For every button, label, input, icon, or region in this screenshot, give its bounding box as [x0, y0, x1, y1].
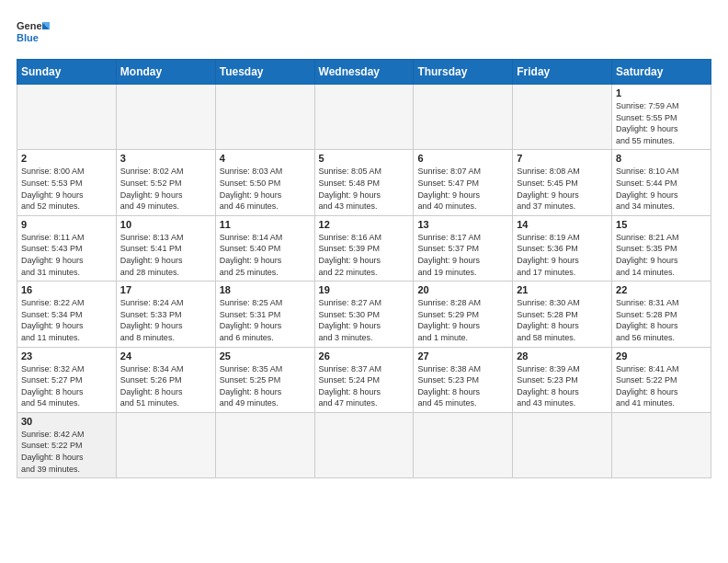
day-number: 1	[616, 87, 707, 98]
calendar-cell: 21Sunrise: 8:30 AM Sunset: 5:28 PM Dayli…	[513, 282, 612, 347]
day-number: 7	[517, 153, 608, 164]
day-info: Sunrise: 8:10 AM Sunset: 5:44 PM Dayligh…	[616, 166, 707, 212]
calendar-cell: 9Sunrise: 8:11 AM Sunset: 5:43 PM Daylig…	[17, 215, 117, 281]
day-info: Sunrise: 8:11 AM Sunset: 5:43 PM Dayligh…	[21, 232, 112, 278]
day-info: Sunrise: 8:27 AM Sunset: 5:30 PM Dayligh…	[319, 297, 410, 343]
calendar-cell	[314, 412, 414, 477]
calendar-cell	[414, 85, 513, 150]
calendar-cell: 17Sunrise: 8:24 AM Sunset: 5:33 PM Dayli…	[116, 282, 215, 347]
calendar-header-sunday: Sunday	[17, 60, 117, 85]
day-number: 22	[616, 284, 707, 295]
calendar-cell: 12Sunrise: 8:16 AM Sunset: 5:39 PM Dayli…	[314, 215, 414, 281]
calendar-cell: 15Sunrise: 8:21 AM Sunset: 5:35 PM Dayli…	[612, 215, 711, 281]
day-info: Sunrise: 8:28 AM Sunset: 5:29 PM Dayligh…	[417, 297, 508, 343]
calendar-cell: 5Sunrise: 8:05 AM Sunset: 5:48 PM Daylig…	[314, 150, 414, 215]
calendar-cell: 27Sunrise: 8:38 AM Sunset: 5:23 PM Dayli…	[414, 347, 513, 412]
calendar-cell: 4Sunrise: 8:03 AM Sunset: 5:50 PM Daylig…	[215, 150, 314, 215]
day-info: Sunrise: 8:24 AM Sunset: 5:33 PM Dayligh…	[120, 297, 211, 343]
calendar-cell	[513, 85, 612, 150]
calendar-header-thursday: Thursday	[414, 60, 513, 85]
calendar-cell: 2Sunrise: 8:00 AM Sunset: 5:53 PM Daylig…	[17, 150, 117, 215]
day-number: 28	[517, 350, 608, 362]
day-info: Sunrise: 8:35 AM Sunset: 5:25 PM Dayligh…	[220, 363, 311, 409]
calendar-cell: 14Sunrise: 8:19 AM Sunset: 5:36 PM Dayli…	[513, 215, 612, 281]
day-info: Sunrise: 8:07 AM Sunset: 5:47 PM Dayligh…	[417, 166, 508, 212]
calendar-cell	[513, 412, 612, 477]
day-number: 2	[21, 153, 112, 164]
calendar-cell	[612, 412, 711, 477]
day-number: 27	[417, 350, 508, 362]
calendar-cell: 18Sunrise: 8:25 AM Sunset: 5:31 PM Dayli…	[215, 282, 314, 347]
day-info: Sunrise: 8:02 AM Sunset: 5:52 PM Dayligh…	[120, 166, 211, 212]
day-info: Sunrise: 8:08 AM Sunset: 5:45 PM Dayligh…	[517, 166, 608, 212]
calendar-cell: 1Sunrise: 7:59 AM Sunset: 5:55 PM Daylig…	[612, 85, 711, 150]
day-number: 10	[120, 219, 211, 230]
day-info: Sunrise: 8:16 AM Sunset: 5:39 PM Dayligh…	[319, 232, 410, 278]
day-number: 23	[21, 350, 112, 362]
day-number: 30	[21, 416, 112, 427]
calendar-cell	[215, 85, 314, 150]
calendar-cell	[314, 85, 414, 150]
calendar-cell	[414, 412, 513, 477]
calendar-week-row: 23Sunrise: 8:32 AM Sunset: 5:27 PM Dayli…	[17, 347, 711, 412]
calendar-cell: 22Sunrise: 8:31 AM Sunset: 5:28 PM Dayli…	[612, 282, 711, 347]
calendar-header-wednesday: Wednesday	[314, 60, 414, 85]
logo-icon: General Blue	[17, 17, 50, 50]
day-number: 17	[120, 284, 211, 295]
calendar-week-row: 30Sunrise: 8:42 AM Sunset: 5:22 PM Dayli…	[17, 412, 711, 477]
calendar-cell	[17, 85, 117, 150]
day-number: 14	[517, 219, 608, 230]
day-info: Sunrise: 8:17 AM Sunset: 5:37 PM Dayligh…	[417, 232, 508, 278]
day-info: Sunrise: 8:19 AM Sunset: 5:36 PM Dayligh…	[517, 232, 608, 278]
day-info: Sunrise: 8:41 AM Sunset: 5:22 PM Dayligh…	[616, 363, 707, 409]
day-number: 5	[319, 153, 410, 164]
day-info: Sunrise: 8:03 AM Sunset: 5:50 PM Dayligh…	[220, 166, 311, 212]
day-number: 26	[319, 350, 410, 362]
day-info: Sunrise: 8:34 AM Sunset: 5:26 PM Dayligh…	[120, 363, 211, 409]
calendar-header-tuesday: Tuesday	[215, 60, 314, 85]
day-info: Sunrise: 8:39 AM Sunset: 5:23 PM Dayligh…	[517, 363, 608, 409]
calendar-cell: 11Sunrise: 8:14 AM Sunset: 5:40 PM Dayli…	[215, 215, 314, 281]
day-number: 4	[220, 153, 311, 164]
calendar-cell: 23Sunrise: 8:32 AM Sunset: 5:27 PM Dayli…	[17, 347, 117, 412]
day-info: Sunrise: 8:21 AM Sunset: 5:35 PM Dayligh…	[616, 232, 707, 278]
calendar-header-monday: Monday	[116, 60, 215, 85]
calendar-cell	[116, 85, 215, 150]
calendar-cell: 8Sunrise: 8:10 AM Sunset: 5:44 PM Daylig…	[612, 150, 711, 215]
calendar-cell: 28Sunrise: 8:39 AM Sunset: 5:23 PM Dayli…	[513, 347, 612, 412]
logo: General Blue	[17, 17, 50, 50]
svg-text:Blue: Blue	[17, 32, 39, 43]
day-info: Sunrise: 8:38 AM Sunset: 5:23 PM Dayligh…	[417, 363, 508, 409]
calendar-cell: 3Sunrise: 8:02 AM Sunset: 5:52 PM Daylig…	[116, 150, 215, 215]
calendar-header-friday: Friday	[513, 60, 612, 85]
day-number: 19	[319, 284, 410, 295]
day-number: 11	[220, 219, 311, 230]
day-number: 29	[616, 350, 707, 362]
calendar-cell: 26Sunrise: 8:37 AM Sunset: 5:24 PM Dayli…	[314, 347, 414, 412]
day-number: 24	[120, 350, 211, 362]
calendar-table: SundayMondayTuesdayWednesdayThursdayFrid…	[17, 59, 711, 478]
calendar-cell: 7Sunrise: 8:08 AM Sunset: 5:45 PM Daylig…	[513, 150, 612, 215]
day-info: Sunrise: 8:05 AM Sunset: 5:48 PM Dayligh…	[319, 166, 410, 212]
calendar-cell	[116, 412, 215, 477]
calendar-header-row: SundayMondayTuesdayWednesdayThursdayFrid…	[17, 60, 711, 85]
day-number: 20	[417, 284, 508, 295]
calendar-cell: 6Sunrise: 8:07 AM Sunset: 5:47 PM Daylig…	[414, 150, 513, 215]
day-info: Sunrise: 7:59 AM Sunset: 5:55 PM Dayligh…	[616, 100, 707, 146]
calendar-header-saturday: Saturday	[612, 60, 711, 85]
day-info: Sunrise: 8:42 AM Sunset: 5:22 PM Dayligh…	[21, 429, 112, 475]
day-number: 8	[616, 153, 707, 164]
day-info: Sunrise: 8:30 AM Sunset: 5:28 PM Dayligh…	[517, 297, 608, 343]
calendar-cell: 13Sunrise: 8:17 AM Sunset: 5:37 PM Dayli…	[414, 215, 513, 281]
calendar-cell: 29Sunrise: 8:41 AM Sunset: 5:22 PM Dayli…	[612, 347, 711, 412]
day-number: 3	[120, 153, 211, 164]
day-number: 21	[517, 284, 608, 295]
calendar-cell: 25Sunrise: 8:35 AM Sunset: 5:25 PM Dayli…	[215, 347, 314, 412]
page-header: General Blue	[17, 17, 711, 50]
day-number: 6	[417, 153, 508, 164]
day-info: Sunrise: 8:32 AM Sunset: 5:27 PM Dayligh…	[21, 363, 112, 409]
day-number: 25	[220, 350, 311, 362]
day-number: 16	[21, 284, 112, 295]
calendar-week-row: 9Sunrise: 8:11 AM Sunset: 5:43 PM Daylig…	[17, 215, 711, 281]
day-number: 12	[319, 219, 410, 230]
